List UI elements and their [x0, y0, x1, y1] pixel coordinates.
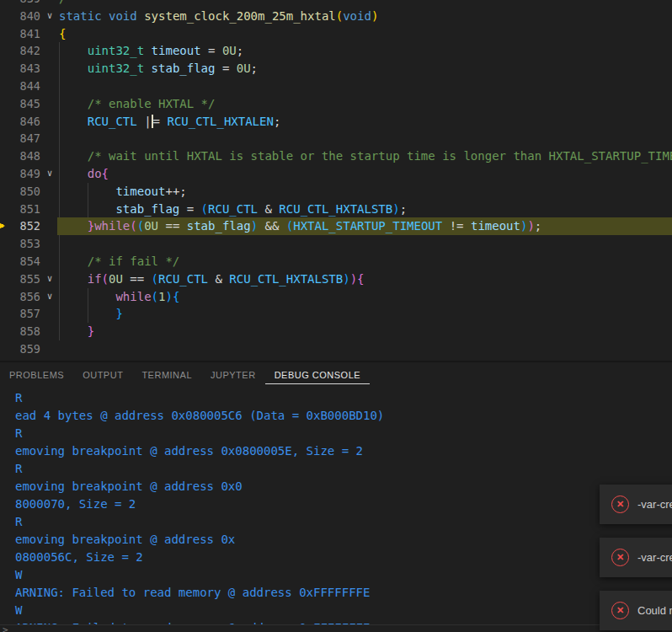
- code-text: /* wait until HXTAL is stable or the sta…: [59, 147, 672, 165]
- line-number[interactable]: 842: [0, 42, 40, 60]
- code-text: /* enable HXTAL */: [59, 95, 215, 113]
- toast-message: -var-crea: [637, 551, 672, 564]
- line-number[interactable]: 852: [0, 217, 40, 235]
- execution-pointer-icon: [0, 222, 5, 230]
- code-line[interactable]: 850 timeout++;: [0, 183, 672, 201]
- chevron-down-icon[interactable]: ∨: [43, 8, 56, 25]
- code-line[interactable]: 845 /* enable HXTAL */: [0, 95, 672, 113]
- code-line[interactable]: 857 }: [0, 305, 672, 323]
- chevron-down-icon[interactable]: ∨: [43, 165, 56, 183]
- code-text: }: [59, 305, 123, 323]
- code-text: }: [59, 323, 94, 340]
- code-line[interactable]: 851 stab_flag = (RCU_CTL & RCU_CTL_HXTAL…: [0, 201, 672, 218]
- panel-tab-bar: PROBLEMSOUTPUTTERMINALJUPYTERDEBUG CONSO…: [0, 362, 672, 388]
- error-icon: ✕: [611, 549, 629, 566]
- line-number[interactable]: 853: [0, 235, 40, 253]
- indent-guide: [59, 78, 60, 95]
- code-text: uint32_t timeout = 0U;: [59, 42, 243, 60]
- line-number[interactable]: 846: [0, 113, 40, 131]
- code-text: }while((0U == stab_flag) && (HXTAL_START…: [59, 217, 541, 235]
- console-output-line: ARNING: Failed to read memory @ address …: [15, 584, 370, 602]
- code-line[interactable]: 854 /* if fail */: [0, 253, 672, 270]
- code-text: while(1){: [59, 288, 179, 306]
- chevron-down-icon[interactable]: ∨: [43, 288, 56, 306]
- code-text: /* if fail */: [59, 253, 179, 270]
- code-text: stab_flag = (RCU_CTL & RCU_CTL_HXTALSTB)…: [59, 201, 407, 218]
- console-output-line: emoving breakpoint @ address 0x0800005E,…: [15, 442, 363, 460]
- line-number[interactable]: 857: [0, 305, 40, 323]
- code-line[interactable]: 841{: [0, 25, 672, 43]
- console-output-line: ead 4 bytes @ address 0x080005C6 (Data =…: [15, 407, 384, 425]
- chevron-down-icon[interactable]: ∨: [43, 270, 56, 288]
- line-number[interactable]: 856: [0, 288, 40, 306]
- code-line[interactable]: 856∨ while(1){: [0, 288, 672, 306]
- code-line[interactable]: 839/: [0, 0, 672, 8]
- code-text: uint32_t stab_flag = 0U;: [59, 60, 258, 78]
- console-output-line: R: [15, 389, 22, 407]
- console-output-line: emoving breakpoint @ address 0x0: [15, 478, 243, 495]
- console-output-line: 0800056C, Size = 2: [15, 549, 143, 566]
- line-number[interactable]: 840: [0, 8, 40, 25]
- code-line[interactable]: 855∨ if(0U == (RCU_CTL & RCU_CTL_HXTALST…: [0, 270, 672, 288]
- toast-message: Could no: [637, 604, 672, 617]
- code-line[interactable]: 853: [0, 235, 672, 253]
- code-text: if(0U == (RCU_CTL & RCU_CTL_HXTALSTB)){: [59, 270, 365, 288]
- console-output-line: W: [15, 602, 22, 619]
- code-line[interactable]: 842 uint32_t timeout = 0U;: [0, 42, 672, 60]
- tab-terminal[interactable]: TERMINAL: [132, 362, 201, 384]
- code-line[interactable]: 849∨ do{: [0, 165, 672, 183]
- line-number[interactable]: 845: [0, 95, 40, 113]
- indent-guide: [59, 235, 60, 253]
- line-number[interactable]: 855: [0, 270, 40, 288]
- toast-message: -var-crea: [637, 498, 672, 511]
- error-notification-toast[interactable]: ✕Could no: [600, 591, 672, 630]
- code-text: {: [59, 25, 66, 43]
- code-text: static void system_clock_200m_25m_hxtal(…: [59, 8, 378, 25]
- debug-console-output: Read 4 bytes @ address 0x080005C6 (Data …: [0, 389, 672, 624]
- line-number[interactable]: 850: [0, 183, 40, 201]
- vscode-window: 839/840∨static void system_clock_200m_25…: [0, 0, 672, 632]
- line-number[interactable]: 854: [0, 253, 40, 270]
- error-notification-toast[interactable]: ✕-var-crea: [600, 485, 672, 524]
- console-output-line: R: [15, 460, 22, 478]
- line-number[interactable]: 859: [0, 340, 40, 358]
- code-line[interactable]: 858 }: [0, 323, 672, 340]
- code-line[interactable]: 859: [0, 340, 672, 358]
- bottom-panel: PROBLEMSOUTPUTTERMINALJUPYTERDEBUG CONSO…: [0, 361, 672, 632]
- line-number[interactable]: 847: [0, 130, 40, 147]
- console-output-line: R: [15, 425, 22, 442]
- prompt-chevron-icon: >: [3, 624, 8, 632]
- code-text: RCU_CTL |= RCU_CTL_HXTALEN;: [59, 113, 280, 131]
- line-number[interactable]: 843: [0, 60, 40, 78]
- line-number[interactable]: 848: [0, 147, 40, 165]
- code-line[interactable]: 848 /* wait until HXTAL is stable or the…: [0, 147, 672, 165]
- line-number[interactable]: 858: [0, 323, 40, 340]
- console-output-line: emoving breakpoint @ address 0x: [15, 531, 235, 549]
- code-line[interactable]: 847: [0, 130, 672, 147]
- line-number[interactable]: 841: [0, 25, 40, 43]
- tab-output[interactable]: OUTPUT: [73, 362, 132, 384]
- debug-console-input[interactable]: >: [0, 624, 672, 632]
- indent-guide: [59, 130, 60, 147]
- error-icon: ✕: [611, 495, 629, 513]
- line-number[interactable]: 844: [0, 78, 40, 95]
- code-text: /: [59, 0, 66, 8]
- code-text: timeout++;: [59, 183, 187, 201]
- error-icon: ✕: [611, 602, 629, 619]
- line-number[interactable]: 851: [0, 201, 40, 218]
- tab-jupyter[interactable]: JUPYTER: [201, 362, 265, 384]
- code-line[interactable]: 852 }while((0U == stab_flag) && (HXTAL_S…: [0, 217, 672, 235]
- tab-problems[interactable]: PROBLEMS: [0, 362, 73, 384]
- console-output-line: R: [15, 513, 22, 531]
- line-number[interactable]: 849: [0, 165, 40, 183]
- tab-debug-console[interactable]: DEBUG CONSOLE: [265, 362, 370, 384]
- console-output-line: W: [15, 566, 22, 584]
- code-line[interactable]: 843 uint32_t stab_flag = 0U;: [0, 60, 672, 78]
- code-line[interactable]: 846 RCU_CTL |= RCU_CTL_HXTALEN;: [0, 113, 672, 131]
- code-editor[interactable]: 839/840∨static void system_clock_200m_25…: [0, 0, 672, 361]
- line-number[interactable]: 839: [0, 0, 40, 8]
- code-line[interactable]: 840∨static void system_clock_200m_25m_hx…: [0, 8, 672, 25]
- error-notification-toast[interactable]: ✕-var-crea: [600, 538, 672, 577]
- code-line[interactable]: 844: [0, 78, 672, 95]
- console-output-line: 8000070, Size = 2: [15, 495, 136, 513]
